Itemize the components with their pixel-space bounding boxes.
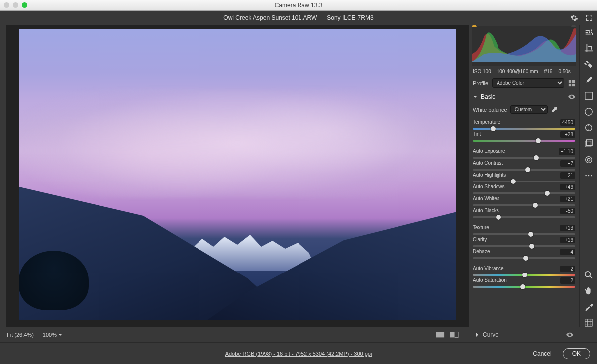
- slider-thumb[interactable]: [496, 215, 501, 220]
- slider-whites[interactable]: Auto Whites+21: [473, 194, 575, 206]
- slider-track[interactable]: [473, 181, 575, 182]
- local-brush-icon[interactable]: [584, 76, 593, 85]
- slider-thumb[interactable]: [545, 191, 550, 196]
- basic-section-header[interactable]: Basic: [473, 90, 575, 103]
- crop-icon[interactable]: [584, 44, 593, 53]
- slider-value[interactable]: +1.10: [559, 148, 575, 155]
- fullscreen-icon[interactable]: [585, 14, 593, 22]
- zoom-bar: Fit (26.4%) 100%: [0, 327, 469, 342]
- visibility-eye-icon[interactable]: [568, 94, 575, 99]
- grid-toggle-icon[interactable]: [584, 318, 593, 327]
- slider-track[interactable]: [473, 140, 575, 142]
- slider-track[interactable]: [473, 157, 575, 159]
- workflow-link[interactable]: Adobe RGB (1998) - 16 bit - 7952 x 5304 …: [225, 351, 372, 357]
- file-header: Owl Creek Aspen Sunset 101.ARW – Sony IL…: [0, 11, 597, 25]
- presets-icon[interactable]: [584, 155, 593, 164]
- slider-clarity[interactable]: Clarity+16: [473, 235, 575, 247]
- linear-gradient-icon[interactable]: [584, 91, 593, 100]
- zoom-fit[interactable]: Fit (26.4%): [5, 330, 36, 340]
- slider-track[interactable]: [473, 257, 575, 259]
- hand-icon[interactable]: [584, 286, 593, 295]
- single-view-icon[interactable]: [436, 331, 445, 338]
- slider-highlights[interactable]: Auto Highlights-21: [473, 171, 575, 182]
- profile-select[interactable]: Adobe Color: [492, 78, 564, 88]
- slider-track[interactable]: [473, 274, 575, 276]
- before-after-icon[interactable]: [450, 331, 459, 338]
- slider-track[interactable]: [473, 216, 575, 218]
- slider-track[interactable]: [473, 286, 575, 288]
- slider-track[interactable]: [473, 233, 575, 235]
- profile-browse-icon[interactable]: [568, 80, 575, 87]
- radial-gradient-icon[interactable]: [584, 107, 593, 116]
- slider-thumb[interactable]: [523, 256, 528, 261]
- svg-rect-16: [436, 332, 444, 338]
- more-icon[interactable]: [584, 171, 593, 180]
- highlight-clip-icon[interactable]: [570, 25, 577, 28]
- slider-track[interactable]: [473, 169, 575, 171]
- wb-select[interactable]: Custom: [510, 105, 548, 114]
- svg-rect-8: [586, 140, 592, 146]
- slider-thumb[interactable]: [520, 284, 525, 289]
- slider-thumb[interactable]: [533, 203, 538, 208]
- slider-value[interactable]: +21: [560, 196, 575, 202]
- slider-thumb[interactable]: [529, 244, 534, 249]
- svg-rect-2: [569, 83, 571, 86]
- exif-lens: 100-400@160 mm: [497, 69, 538, 74]
- slider-value[interactable]: +13: [560, 225, 575, 231]
- image-preview-area[interactable]: [6, 25, 469, 327]
- slider-temperature[interactable]: Temperature4450: [473, 118, 575, 130]
- curve-section-header[interactable]: Curve: [469, 327, 579, 342]
- slider-value[interactable]: -50: [560, 208, 575, 214]
- slider-thumb[interactable]: [511, 179, 516, 184]
- zoom-icon[interactable]: [584, 271, 593, 279]
- slider-value[interactable]: +16: [560, 237, 575, 243]
- visibility-eye-icon[interactable]: [566, 332, 573, 337]
- cancel-button[interactable]: Cancel: [528, 348, 556, 359]
- slider-texture[interactable]: Texture+13: [473, 223, 575, 235]
- slider-thumb[interactable]: [528, 232, 533, 237]
- traffic-close[interactable]: [4, 2, 9, 8]
- slider-vibrance[interactable]: Auto Vibrance+2: [473, 264, 575, 276]
- slider-thumb[interactable]: [525, 167, 530, 172]
- svg-point-10: [587, 158, 590, 161]
- slider-track[interactable]: [473, 128, 575, 130]
- slider-track[interactable]: [473, 192, 575, 194]
- slider-tint[interactable]: Tint+28: [473, 130, 575, 142]
- slider-value[interactable]: -2: [560, 277, 575, 284]
- slider-track[interactable]: [473, 204, 575, 206]
- edit-sliders-icon[interactable]: [584, 28, 593, 37]
- sampler-icon[interactable]: [584, 302, 593, 311]
- slider-shadows[interactable]: Auto Shadows+46: [473, 182, 575, 194]
- svg-point-11: [585, 175, 587, 177]
- slider-thumb[interactable]: [536, 138, 541, 143]
- svg-rect-4: [585, 92, 592, 99]
- ok-button[interactable]: OK: [563, 348, 590, 359]
- slider-thumb[interactable]: [522, 273, 527, 277]
- slider-saturation[interactable]: Auto Saturation-2: [473, 276, 575, 288]
- slider-thumb[interactable]: [491, 126, 496, 131]
- slider-value[interactable]: +46: [560, 184, 575, 190]
- shadow-clip-icon[interactable]: [471, 25, 478, 28]
- traffic-zoom[interactable]: [22, 2, 27, 8]
- slider-dehaze[interactable]: Dehaze+4: [473, 247, 575, 259]
- slider-value[interactable]: +7: [560, 160, 575, 167]
- traffic-minimize[interactable]: [13, 2, 18, 8]
- slider-value[interactable]: -21: [560, 172, 575, 179]
- zoom-100[interactable]: 100%: [43, 332, 63, 338]
- snapshots-icon[interactable]: [584, 139, 593, 148]
- slider-blacks[interactable]: Auto Blacks-50: [473, 206, 575, 218]
- settings-gear-icon[interactable]: [570, 14, 578, 22]
- slider-label: Auto Vibrance: [473, 266, 504, 272]
- slider-track[interactable]: [473, 245, 575, 247]
- eyedropper-icon[interactable]: [551, 106, 558, 113]
- histogram[interactable]: [472, 26, 576, 66]
- slider-contrast[interactable]: Auto Contrast+7: [473, 159, 575, 171]
- slider-value[interactable]: +28: [560, 131, 575, 138]
- heal-icon[interactable]: [584, 60, 593, 69]
- slider-value[interactable]: 4450: [560, 119, 575, 126]
- slider-value[interactable]: +2: [560, 266, 575, 272]
- slider-exposure[interactable]: Auto Exposure+1.10: [473, 147, 575, 159]
- slider-value[interactable]: +4: [560, 249, 575, 255]
- redeye-icon[interactable]: [584, 123, 593, 132]
- slider-thumb[interactable]: [534, 155, 539, 160]
